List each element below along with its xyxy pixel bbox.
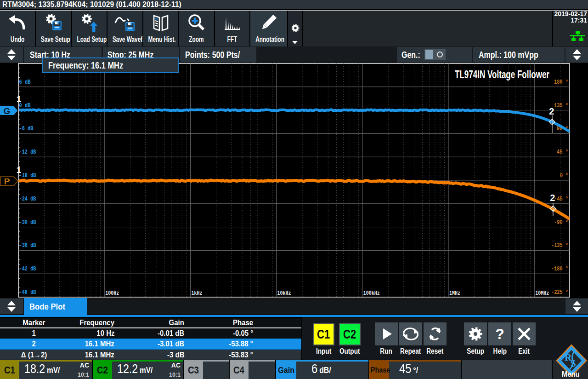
svg-text:TL974IN Voltage Follower: TL974IN Voltage Follower <box>455 69 549 80</box>
svg-text:-42 dB: -42 dB <box>19 265 36 272</box>
svg-text:180 °: 180 ° <box>554 79 568 86</box>
svg-text:-45 °: -45 ° <box>554 195 568 202</box>
svg-text:-225 °: -225 ° <box>551 289 568 296</box>
svg-text:-24 dB: -24 dB <box>19 195 36 202</box>
svg-text:1: 1 <box>17 95 21 104</box>
svg-text:1MHz: 1MHz <box>449 290 460 297</box>
svg-text:-6 dB: -6 dB <box>19 125 34 132</box>
svg-text:P: P <box>4 177 10 186</box>
svg-text:100Hz: 100Hz <box>105 290 119 297</box>
svg-text:-12 dB: -12 dB <box>19 149 36 155</box>
svg-text:135 °: 135 ° <box>554 102 568 109</box>
svg-text:1: 1 <box>17 166 21 175</box>
svg-text:2: 2 <box>549 106 554 116</box>
svg-text:-90 °: -90 ° <box>554 219 568 226</box>
svg-text:45 °: 45 ° <box>557 149 568 155</box>
svg-text:1kHz: 1kHz <box>191 290 202 297</box>
svg-text:-36 dB: -36 dB <box>19 242 36 249</box>
svg-text:G: G <box>4 106 11 116</box>
svg-text:2: 2 <box>550 193 555 203</box>
svg-text:-180 °: -180 ° <box>551 265 568 272</box>
svg-text:-48 dB: -48 dB <box>19 289 36 296</box>
svg-text:-30 dB: -30 dB <box>19 219 36 226</box>
svg-text:6 dB: 6 dB <box>19 79 31 86</box>
svg-text:10kHz: 10kHz <box>277 290 291 297</box>
svg-text:0 °: 0 ° <box>560 172 568 179</box>
svg-text:-135 °: -135 ° <box>551 242 568 249</box>
svg-text:100kHz: 100kHz <box>363 290 380 297</box>
svg-text:-18 dB: -18 dB <box>19 172 36 179</box>
svg-text:10MHz: 10MHz <box>535 290 549 297</box>
